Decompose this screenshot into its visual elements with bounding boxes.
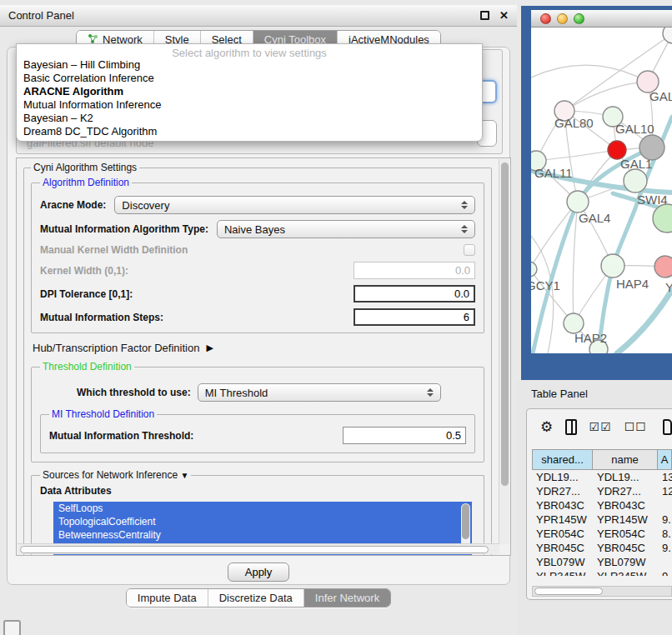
combo-arrows-icon <box>461 225 468 233</box>
network-node-gal4[interactable] <box>567 191 589 212</box>
dpi-tolerance-field[interactable] <box>354 285 475 302</box>
table-header-row: shared... name A <box>532 449 672 470</box>
network-window-titlebar[interactable] <box>531 10 672 28</box>
network-node-swi4[interactable] <box>624 169 647 192</box>
algorithm-option-bayesian-k2[interactable]: Bayesian – K2 <box>17 112 482 125</box>
table-toolbar: ⚙ ☑☑ ☐☐ <box>527 409 672 444</box>
apply-button[interactable]: Apply <box>228 562 289 582</box>
minimized-panel-icon[interactable] <box>3 620 21 635</box>
kernel-width-label: Kernel Width (0,1): <box>40 265 128 277</box>
table-panel-titlebar: Table Panel <box>517 380 672 407</box>
manual-kernel-width-label: Manual Kernel Width Definition <box>40 244 188 256</box>
settings-horizontal-scrollbar[interactable] <box>18 543 499 554</box>
which-threshold-label: Which threshold to use: <box>77 387 191 398</box>
which-threshold-combobox[interactable]: MI Threshold <box>198 383 441 402</box>
close-traffic-light-icon[interactable] <box>540 13 551 24</box>
select-all-checkboxes-icon[interactable]: ☑☑ <box>589 420 612 433</box>
aracne-mode-combobox[interactable]: Discovery <box>114 196 475 214</box>
minimize-traffic-light-icon[interactable] <box>557 13 568 24</box>
list-item-partial[interactable] <box>53 555 472 556</box>
algorithm-option-basic-correlation[interactable]: Basic Correlation Inference <box>17 72 482 85</box>
node-label: HAP4 <box>616 277 649 291</box>
table-panel-title: Table Panel <box>531 388 588 400</box>
tab-infer-network[interactable]: Infer Network <box>303 589 390 607</box>
network-node-gcy1[interactable] <box>531 262 537 277</box>
zoom-traffic-light-icon[interactable] <box>574 13 584 24</box>
table-row[interactable]: YBL079WYBL079W <box>532 555 672 569</box>
algorithm-option-dream8[interactable]: Dream8 DC_TDC Algorithm <box>17 125 482 138</box>
expanded-arrow-icon: ▼ <box>180 471 188 480</box>
node-label: HAP2 <box>574 331 607 345</box>
list-item[interactable]: SelfLoops <box>53 502 472 515</box>
algorithm-definition-legend: Algorithm Definition <box>40 177 132 188</box>
split-panel-icon[interactable] <box>565 419 576 435</box>
node-table: shared... name A YDL19...YDL19...13 YDR2… <box>532 449 672 576</box>
manual-kernel-width-checkbox[interactable] <box>464 244 475 256</box>
mi-steps-field[interactable] <box>354 308 475 326</box>
sources-legend[interactable]: Sources for Network Inference ▼ <box>40 469 191 481</box>
threshold-definition-legend: Threshold Definition <box>40 361 134 372</box>
tab-discretize-data[interactable]: Discretize Data <box>208 589 303 607</box>
list-item[interactable]: BetweennessCentrality <box>53 528 472 542</box>
close-icon[interactable]: ✕ <box>499 11 509 20</box>
tab-impute-data[interactable]: Impute Data <box>127 589 208 607</box>
table-row[interactable]: YER054CYER054C8. <box>532 527 672 541</box>
table-row[interactable]: YLR345WYLR345W9. <box>532 569 672 576</box>
column-header-name[interactable]: name <box>593 449 658 470</box>
node-label: GAL80 <box>554 116 594 130</box>
combo-arrows-icon <box>427 388 434 397</box>
table-panel: Table Panel ⚙ ☑☑ ☐☐ shared... name A YDL… <box>517 380 672 635</box>
bottom-tabbar: Impute Data Discretize Data Infer Networ… <box>0 588 517 608</box>
hub-definition-toggle[interactable]: Hub/Transcription Factor Definition ▶ <box>33 342 484 354</box>
algorithm-option-mutual-information[interactable]: Mutual Information Inference <box>17 98 482 112</box>
mi-algorithm-type-combobox[interactable]: Naive Bayes <box>217 220 475 238</box>
algorithm-dropdown-popup: Select algorithm to view settings Bayesi… <box>16 43 483 142</box>
gear-icon[interactable]: ⚙ <box>540 420 553 434</box>
node-label: Y <box>665 280 672 294</box>
settings-vertical-scrollbar[interactable] <box>499 159 509 544</box>
table-row[interactable]: YBR045CYBR045C9. <box>532 541 672 555</box>
column-header-shared-name[interactable]: shared... <box>532 449 593 470</box>
table-row[interactable]: YPR145WYPR145W9. <box>532 512 672 527</box>
float-window-icon[interactable] <box>480 11 489 20</box>
collapsed-arrow-icon: ▶ <box>206 342 213 353</box>
aracne-mode-label: Aracne Mode: <box>40 199 106 211</box>
data-attributes-label: Data Attributes <box>40 485 475 497</box>
deselect-all-checkboxes-icon[interactable]: ☐☐ <box>624 420 647 433</box>
node-label: GAL11 <box>534 166 573 180</box>
control-panel-title: Control Panel <box>8 9 74 22</box>
algorithm-definition-group: Algorithm Definition Aracne Mode: Discov… <box>31 177 484 333</box>
document-icon[interactable] <box>663 419 672 435</box>
table-panel-body: ⚙ ☑☑ ☐☐ shared... name A YDL19...YDL19..… <box>526 408 672 600</box>
cyni-algorithm-settings-legend: Cyni Algorithm Settings <box>31 162 139 173</box>
cyni-settings-scrollpane: Cyni Algorithm Settings Algorithm Defini… <box>16 158 511 556</box>
network-node-salmon[interactable] <box>654 256 672 278</box>
table-row[interactable]: YDL19...YDL19...13 <box>532 470 672 484</box>
table-horizontal-scrollbar[interactable] <box>532 586 672 597</box>
table-row[interactable]: YDR27...YDR27...12 <box>532 484 672 498</box>
mi-steps-label: Mutual Information Steps: <box>40 312 163 323</box>
node-label: SWI4 <box>637 192 668 207</box>
mi-algorithm-type-label: Mutual Information Algorithm Type: <box>40 223 208 235</box>
node-label: GAL <box>649 89 672 103</box>
node-label: GAL1 <box>620 157 652 171</box>
algorithm-option-bayesian-hill-climbing[interactable]: Bayesian – Hill Climbing <box>17 58 482 72</box>
network-canvas[interactable]: GAL GAL80 GAL10 GAL1 GAL11 SWI4 GAL4 GCY… <box>531 28 672 353</box>
cyni-algorithm-settings-group: Cyni Algorithm Settings Algorithm Defini… <box>23 162 492 556</box>
algorithm-dropdown-placeholder: Select algorithm to view settings <box>17 44 482 58</box>
control-panel-content: galFiltered.sif default node Select algo… <box>7 47 510 585</box>
hub-definition-label: Hub/Transcription Factor Definition <box>33 342 199 354</box>
control-panel-window: Control Panel ✕ Network Style Select <box>0 5 517 613</box>
network-node-hap4[interactable] <box>601 254 624 278</box>
kernel-width-field[interactable] <box>354 262 475 279</box>
node-label: GAL10 <box>615 122 654 136</box>
mi-threshold-field[interactable] <box>343 427 466 444</box>
node-label: GAL4 <box>579 211 610 225</box>
combo-arrows-icon <box>461 201 468 209</box>
table-row[interactable]: YBR043CYBR043C <box>532 498 672 512</box>
mi-threshold-definition-group: MI Threshold Definition Mutual Informati… <box>40 408 475 453</box>
algorithm-option-aracne[interactable]: ARACNE Algorithm <box>17 85 482 98</box>
list-item[interactable]: TopologicalCoefficient <box>53 515 472 528</box>
network-node[interactable] <box>663 28 672 43</box>
column-header-partial[interactable]: A <box>658 449 672 470</box>
